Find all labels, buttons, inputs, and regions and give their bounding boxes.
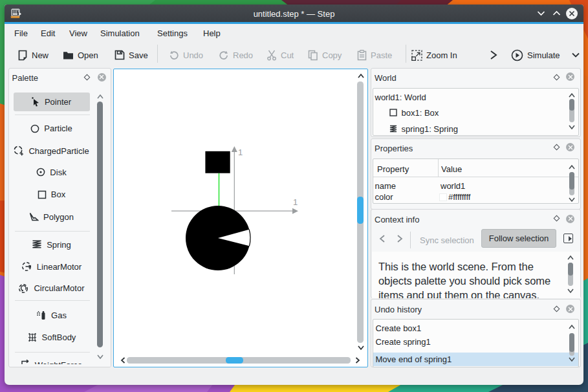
svg-text:1: 1 [293, 197, 298, 207]
svg-text:1: 1 [238, 147, 243, 157]
